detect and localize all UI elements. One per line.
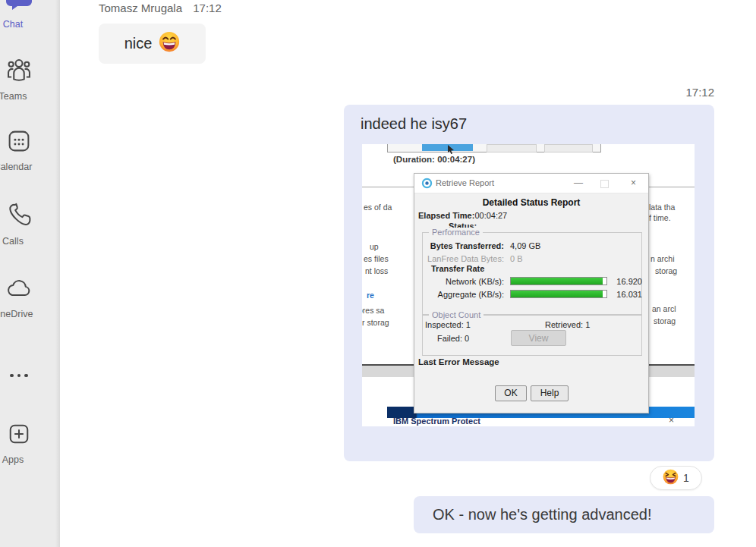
bg-text: f time. bbox=[649, 213, 671, 222]
dialog-titlebar: Retrieve Report — × bbox=[414, 174, 648, 193]
teams-icon bbox=[0, 56, 49, 86]
sent-message-bubble: indeed he isy67 (Duration: 00:04:27) es … bbox=[344, 105, 714, 461]
more-icon bbox=[0, 366, 49, 380]
aggregate-value: 16.031 bbox=[610, 290, 642, 299]
inspected-value: 1 bbox=[466, 320, 471, 329]
apps-icon bbox=[0, 420, 49, 451]
message-time: 17:12 bbox=[193, 2, 222, 14]
calendar-icon bbox=[0, 127, 49, 158]
retrieved-value: 1 bbox=[585, 320, 590, 329]
bg-text: n archi bbox=[650, 254, 675, 263]
ibm-window-title: IBM Spectrum Protect bbox=[393, 417, 480, 426]
bytes-transferred-label: Bytes Transferred: bbox=[414, 241, 504, 250]
aggregate-progressbar bbox=[510, 290, 607, 298]
bytes-transferred-value: 4,09 GB bbox=[510, 241, 540, 250]
close-icon: × bbox=[669, 415, 674, 426]
performance-legend: Performance bbox=[429, 228, 483, 237]
app-rail: Chat Teams bbox=[0, 0, 60, 547]
transfer-rate-label: Transfer Rate bbox=[431, 264, 484, 273]
retrieve-report-dialog: Retrieve Report — × Detailed Status Repo… bbox=[414, 173, 649, 413]
minimize-icon: — bbox=[574, 178, 583, 188]
sent-message-bubble-2: OK - now he's getting advanced! bbox=[414, 496, 714, 533]
network-value: 16.920 bbox=[610, 277, 642, 286]
divider bbox=[647, 187, 695, 187]
ok-button: OK bbox=[495, 385, 527, 401]
dialog-heading: Detailed Status Report bbox=[414, 197, 648, 208]
aggregate-label: Aggregate (KB/s): bbox=[414, 290, 504, 299]
duration-text: (Duration: 00:04:27) bbox=[393, 155, 475, 164]
laughing-emoji-icon bbox=[663, 469, 679, 487]
divider bbox=[362, 187, 414, 187]
screenshot-toolbar bbox=[387, 144, 601, 152]
lanfree-value: 0 B bbox=[510, 254, 523, 263]
cursor-icon bbox=[447, 145, 455, 154]
sidebar-label-onedrive: OneDrive bbox=[0, 309, 43, 319]
grinning-face-emoji-icon bbox=[159, 31, 180, 56]
network-label: Network (KB/s): bbox=[414, 277, 504, 286]
bg-text: storag bbox=[654, 316, 676, 325]
sent-message-text-2: OK - now he's getting advanced! bbox=[433, 506, 651, 523]
maximize-icon bbox=[600, 180, 609, 188]
sidebar-label-apps: Apps bbox=[0, 454, 43, 465]
sidebar-label-calendar: Calendar bbox=[0, 162, 43, 172]
sidebar-label-chat: Chat bbox=[0, 19, 43, 30]
bg-text: storag bbox=[655, 266, 677, 275]
retrieved-label: Retrieved: bbox=[545, 320, 583, 329]
window-edge bbox=[647, 364, 695, 377]
teams-window: Chat Teams bbox=[0, 0, 756, 547]
elapsed-time-row: Elapsed Time:00:04:27 bbox=[418, 211, 507, 220]
reaction-badge[interactable]: 1 bbox=[650, 466, 702, 490]
elapsed-label: Elapsed Time: bbox=[418, 211, 474, 220]
outgoing-timestamp: 17:12 bbox=[638, 86, 714, 99]
sidebar-label-teams: Teams bbox=[0, 91, 43, 102]
cloud-icon bbox=[0, 276, 49, 303]
inspected-row: Inspected: 1 bbox=[425, 320, 471, 329]
bg-text: ores sa bbox=[362, 306, 384, 315]
retrieved-row: Retrieved: 1 bbox=[545, 320, 590, 329]
failed-label: Failed: bbox=[437, 334, 462, 343]
close-icon: × bbox=[631, 178, 636, 188]
last-error-label: Last Error Message bbox=[418, 357, 499, 366]
calls-icon bbox=[0, 200, 49, 231]
sidebar-label-calls: Calls bbox=[0, 236, 43, 247]
failed-row: Failed: 0 bbox=[437, 334, 469, 343]
bg-text: up bbox=[370, 242, 379, 251]
lanfree-label: LanFree Data Bytes: bbox=[414, 254, 504, 263]
view-button: View bbox=[511, 330, 566, 346]
elapsed-value: 00:04:27 bbox=[474, 211, 507, 220]
failed-value: 0 bbox=[465, 334, 469, 343]
bg-text: nt loss bbox=[365, 266, 388, 275]
received-message-bubble: nice bbox=[99, 24, 206, 64]
sender-name: Tomasz Mrugala bbox=[99, 2, 182, 14]
inspected-label: Inspected: bbox=[425, 320, 464, 329]
reaction-count: 1 bbox=[683, 472, 689, 484]
network-progressbar bbox=[510, 277, 607, 285]
message-header: Tomasz Mrugala 17:12 bbox=[99, 2, 222, 14]
bg-text: lata tha bbox=[649, 203, 675, 212]
window-edge bbox=[362, 364, 414, 377]
attached-screenshot-image[interactable]: (Duration: 00:04:27) es of da up es file… bbox=[362, 144, 695, 426]
bg-text: es of da bbox=[364, 203, 392, 212]
sent-message-text: indeed he isy67 bbox=[361, 115, 467, 133]
help-button: Help bbox=[531, 385, 569, 401]
ibm-window-titlebar: IBM Spectrum Protect × bbox=[387, 418, 695, 426]
bg-text: es files bbox=[364, 254, 389, 263]
bg-text: r storag bbox=[362, 318, 389, 327]
dialog-title: Retrieve Report bbox=[436, 178, 494, 187]
spectrum-protect-icon bbox=[421, 178, 433, 189]
bg-text: an arcl bbox=[652, 304, 676, 313]
bg-link-text: re bbox=[367, 291, 374, 300]
message-text: nice bbox=[124, 35, 153, 52]
chat-icon bbox=[0, 0, 49, 17]
object-count-legend: Object Count bbox=[429, 310, 484, 319]
